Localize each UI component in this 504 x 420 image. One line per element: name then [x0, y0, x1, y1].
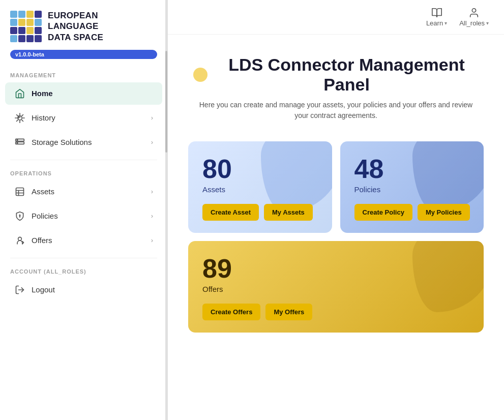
- offers-chevron-icon: ›: [151, 236, 153, 244]
- assets-chevron-icon: ›: [151, 188, 153, 195]
- policies-buttons: Create Policy My Policies: [354, 204, 470, 221]
- logo-cell-1: [18, 11, 25, 18]
- hero-subtitle: Here you can create and manage your asse…: [193, 100, 479, 121]
- divider-2: [10, 258, 157, 258]
- hero-title-row: LDS Connector Management Panel: [193, 55, 479, 95]
- roles-nav-item[interactable]: All_roles ▾: [459, 7, 489, 27]
- account-section-label: ACCOUNT (all_roles): [0, 263, 167, 278]
- main-content: Learn ▾ All_roles ▾ LDS Connector Manage…: [168, 0, 504, 420]
- logo-cell-14: [26, 35, 34, 42]
- sidebar-scrollbar-thumb: [165, 51, 167, 153]
- history-icon: [14, 112, 25, 124]
- assets-buttons: Create Asset My Assets: [202, 204, 318, 221]
- assets-icon: [14, 186, 25, 197]
- sidebar-item-storage-label: Storage Solutions: [32, 138, 145, 146]
- sidebar-item-offers-label: Offers: [32, 236, 145, 245]
- sidebar-item-offers[interactable]: Offers ›: [5, 229, 162, 252]
- logo-cell-9: [18, 27, 25, 34]
- logout-icon: [14, 284, 25, 295]
- offers-label: Offers: [202, 285, 469, 293]
- policies-label: Policies: [354, 185, 470, 194]
- my-policies-button[interactable]: My Policies: [418, 204, 470, 221]
- sidebar-item-home-label: Home: [32, 89, 153, 98]
- svg-point-14: [18, 237, 22, 241]
- svg-point-5: [17, 139, 18, 140]
- my-offers-button[interactable]: My Offers: [265, 304, 312, 320]
- page-title: LDS Connector Management Panel: [215, 55, 479, 95]
- book-icon: [431, 7, 442, 18]
- home-icon: [14, 88, 25, 99]
- logo-cell-3: [35, 11, 42, 18]
- policies-chevron-icon: ›: [151, 212, 153, 220]
- logo-cell-7: [35, 19, 42, 26]
- logo-cell-4: [10, 19, 17, 26]
- top-nav: Learn ▾ All_roles ▾: [168, 0, 504, 35]
- offers-card: 89 Offers Create Offers My Offers: [188, 241, 484, 333]
- create-policy-button[interactable]: Create Policy: [354, 204, 412, 221]
- history-chevron-icon: ›: [151, 114, 153, 122]
- learn-chevron-icon: ▾: [444, 20, 447, 26]
- hero-dot: [193, 68, 207, 82]
- policies-count: 48: [354, 156, 470, 182]
- logo-cell-8: [10, 27, 17, 34]
- sidebar-item-policies[interactable]: Policies ›: [5, 205, 162, 227]
- sidebar-item-policies-label: Policies: [32, 212, 145, 220]
- logo-cell-15: [35, 35, 42, 42]
- operations-section-label: OPERATIONS: [0, 165, 167, 179]
- version-badge: v1.0.0-beta: [10, 50, 157, 59]
- sidebar-scrollbar[interactable]: [165, 0, 167, 420]
- logo-area: EUROPEAN LANGUAGE DATA SPACE: [0, 0, 167, 48]
- logo-cell-13: [18, 35, 25, 42]
- cards-area: 80 Assets Create Asset My Assets 48 Poli…: [168, 131, 504, 348]
- offers-buttons: Create Offers My Offers: [202, 304, 469, 320]
- logo-text: EUROPEAN LANGUAGE DATA SPACE: [48, 10, 103, 43]
- logo-cell-12: [10, 35, 17, 42]
- user-icon: [468, 7, 480, 18]
- management-section-label: MANAGEMENT: [0, 67, 167, 81]
- logo-cell-5: [18, 19, 25, 26]
- create-offers-button[interactable]: Create Offers: [202, 304, 260, 320]
- hero-section: LDS Connector Management Panel Here you …: [168, 35, 504, 131]
- logo-cell-10: [26, 27, 34, 34]
- offers-count: 89: [202, 255, 469, 282]
- create-asset-button[interactable]: Create Asset: [202, 204, 259, 221]
- my-assets-button[interactable]: My Assets: [264, 204, 313, 221]
- sidebar: EUROPEAN LANGUAGE DATA SPACE v1.0.0-beta…: [0, 0, 168, 420]
- top-cards-row: 80 Assets Create Asset My Assets 48 Poli…: [188, 141, 484, 233]
- assets-label: Assets: [202, 185, 318, 194]
- svg-point-16: [472, 9, 476, 12]
- roles-chevron-icon: ▾: [486, 20, 489, 26]
- logo-cell-6: [26, 19, 34, 26]
- sidebar-item-logout[interactable]: Logout: [5, 279, 162, 301]
- policies-icon: [14, 211, 25, 222]
- logo-grid: [10, 11, 42, 42]
- storage-chevron-icon: ›: [151, 138, 153, 146]
- svg-rect-7: [16, 188, 24, 195]
- offers-icon: [14, 235, 25, 246]
- learn-nav-item[interactable]: Learn ▾: [426, 7, 447, 27]
- sidebar-item-history-label: History: [32, 113, 145, 122]
- sidebar-item-home[interactable]: Home: [5, 82, 162, 105]
- logo-cell-0: [10, 11, 17, 18]
- sidebar-item-assets[interactable]: Assets ›: [5, 181, 162, 203]
- sidebar-item-history[interactable]: History ›: [5, 107, 162, 129]
- sidebar-item-assets-label: Assets: [32, 187, 145, 196]
- svg-point-6: [17, 142, 18, 143]
- sidebar-item-storage[interactable]: Storage Solutions ›: [5, 131, 162, 154]
- sidebar-item-logout-label: Logout: [32, 285, 153, 294]
- learn-label: Learn ▾: [426, 19, 447, 27]
- assets-card: 80 Assets Create Asset My Assets: [188, 141, 332, 233]
- divider-1: [10, 160, 157, 160]
- roles-label: All_roles ▾: [459, 19, 489, 27]
- logo-cell-11: [35, 27, 42, 34]
- assets-count: 80: [202, 156, 318, 182]
- policies-card: 48 Policies Create Policy My Policies: [340, 141, 484, 233]
- storage-icon: [14, 137, 25, 148]
- logo-cell-2: [26, 11, 34, 18]
